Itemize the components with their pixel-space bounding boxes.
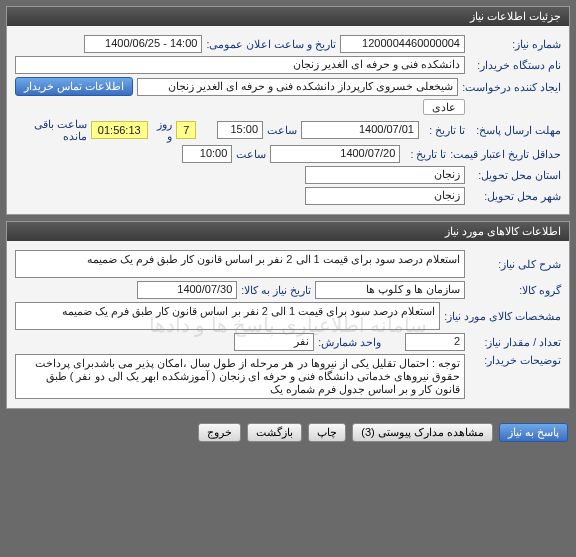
unit-field: نفر bbox=[234, 333, 314, 351]
label-city: شهر محل تحویل: bbox=[469, 190, 561, 202]
label-need-by: تاریخ نیاز به کالا: bbox=[241, 284, 311, 296]
label-need-no: شماره نیاز: bbox=[469, 38, 561, 50]
respond-button[interactable]: پاسخ به نیاز bbox=[499, 423, 568, 442]
panel-header-2: اطلاعات کالاهای مورد نیاز bbox=[7, 222, 569, 241]
label-price-validity: حداقل تاریخ اعتبار قیمت: bbox=[450, 148, 561, 160]
label-need-desc: شرح کلی نیاز: bbox=[469, 258, 561, 270]
label-to-date-1: تا تاریخ : bbox=[423, 124, 465, 136]
label-day-and: روز و bbox=[152, 118, 173, 142]
reply-to-date-field: 1400/07/01 bbox=[301, 121, 419, 139]
label-reply-deadline: مهلت ارسال پاسخ: bbox=[469, 124, 561, 136]
print-button[interactable]: چاپ bbox=[308, 423, 346, 442]
requester-field: شیخعلی خسروی کارپرداز دانشکده فنی و حرفه… bbox=[137, 78, 458, 96]
footer-bar: پاسخ به نیاز مشاهده مدارک پیوستی (3) چاپ… bbox=[0, 415, 576, 450]
label-pub-datetime: تاریخ و ساعت اعلان عمومی: bbox=[206, 38, 336, 50]
buyer-agency-field: دانشکده فنی و حرفه ای الغدیر زنجان bbox=[15, 56, 465, 74]
status-pill: عادی bbox=[423, 99, 465, 115]
price-to-time-field: 10:00 bbox=[182, 145, 232, 163]
item-group-field: سازمان ها و کلوپ ها bbox=[315, 281, 465, 299]
label-hours-left: ساعت باقی مانده bbox=[15, 118, 87, 142]
label-province: استان محل تحویل: bbox=[469, 169, 561, 181]
reply-to-time-field: 15:00 bbox=[217, 121, 263, 139]
label-notes: توضیحات خریدار: bbox=[469, 354, 561, 366]
label-to-date-2: تا تاریخ : bbox=[404, 148, 446, 160]
exit-button[interactable]: خروج bbox=[198, 423, 241, 442]
label-requester: ایجاد کننده درخواست: bbox=[462, 81, 561, 93]
item-spec-field: استعلام درصد سود برای قیمت 1 الی 2 نفر ب… bbox=[15, 302, 440, 330]
need-number-field: 1200004460000004 bbox=[340, 35, 465, 53]
label-hour-1: ساعت bbox=[267, 124, 297, 136]
label-item-group: گروه کالا: bbox=[469, 284, 561, 296]
price-to-date-field: 1400/07/20 bbox=[270, 145, 400, 163]
countdown-box: 01:56:13 bbox=[91, 121, 148, 139]
panel-title-1: جزئیات اطلاعات نیاز bbox=[470, 10, 561, 22]
need-desc-field: استعلام درصد سود برای قیمت 1 الی 2 نفر ب… bbox=[15, 250, 465, 278]
panel-header-1: جزئیات اطلاعات نیاز bbox=[7, 7, 569, 26]
days-remaining-box: 7 bbox=[176, 121, 196, 139]
label-item-spec: مشخصات کالای مورد نیاز: bbox=[444, 310, 561, 322]
need-by-date-field: 1400/07/30 bbox=[137, 281, 237, 299]
buyer-contact-button[interactable]: اطلاعات تماس خریدار bbox=[15, 77, 133, 96]
label-hour-2: ساعت bbox=[236, 148, 266, 160]
province-field: زنجان bbox=[305, 166, 465, 184]
buyer-notes-field: توجه : احتمال تقلیل یکی از نیروها در هر … bbox=[15, 354, 465, 399]
label-buyer-agency: نام دستگاه خریدار: bbox=[469, 59, 561, 71]
qty-field: 2 bbox=[405, 333, 465, 351]
need-details-panel: جزئیات اطلاعات نیاز شماره نیاز: 12000044… bbox=[6, 6, 570, 215]
label-qty: تعداد / مقدار نیاز: bbox=[469, 336, 561, 348]
label-unit: واحد شمارش: bbox=[318, 336, 381, 348]
item-details-panel: اطلاعات کالاهای مورد نیاز سامانه اطلاعیا… bbox=[6, 221, 570, 409]
panel-title-2: اطلاعات کالاهای مورد نیاز bbox=[445, 225, 561, 237]
pub-datetime-field: 14:00 - 1400/06/25 bbox=[84, 35, 202, 53]
attachments-button[interactable]: مشاهده مدارک پیوستی (3) bbox=[352, 423, 493, 442]
city-field: زنجان bbox=[305, 187, 465, 205]
back-button[interactable]: بازگشت bbox=[247, 423, 302, 442]
